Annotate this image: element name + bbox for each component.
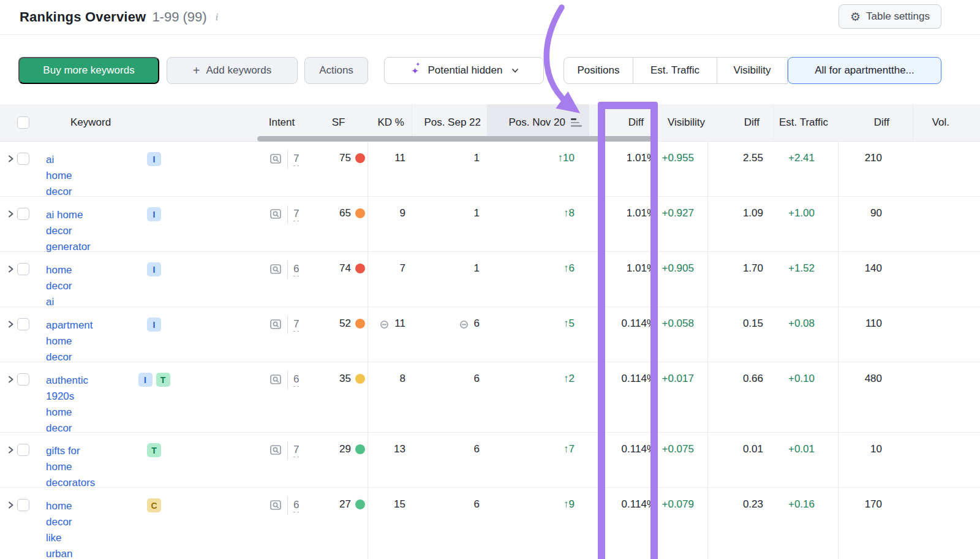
tab-est-traffic[interactable]: Est. Traffic <box>633 57 717 84</box>
serp-features-icon[interactable] <box>270 318 282 330</box>
divider <box>287 371 288 389</box>
visibility-diff-value: +0.905 <box>662 262 694 275</box>
horizontal-scrollbar-thumb[interactable] <box>257 136 652 142</box>
table-row: authentic 1920s home decor I T 6 35 8 6 … <box>0 362 980 433</box>
visibility-value: 0.114% <box>622 318 656 330</box>
intent-badge: I <box>147 152 161 166</box>
intent-badge: T <box>147 443 161 457</box>
serp-features-count[interactable]: 7 <box>293 443 299 457</box>
traffic-diff-value: +0.08 <box>788 318 815 330</box>
divider <box>287 150 288 169</box>
serp-features-icon[interactable] <box>270 444 282 456</box>
table-settings-label: Table settings <box>866 10 930 23</box>
divider <box>287 441 288 460</box>
column-header-sf[interactable]: SF <box>309 104 368 141</box>
row-checkbox[interactable] <box>17 373 29 386</box>
serp-features-count[interactable]: 7 <box>293 152 299 166</box>
serp-features-icon[interactable] <box>270 208 282 220</box>
table-row: home decor ai I 6 74 7 1 ↑6 1.01% +0.905… <box>0 252 980 307</box>
intent-badge: C <box>147 498 161 512</box>
visibility-diff-value: +0.017 <box>662 373 694 385</box>
divider <box>287 260 288 279</box>
volume-value: 480 <box>865 373 882 385</box>
visibility-value: 0.114% <box>622 373 656 385</box>
info-icon[interactable]: i <box>216 12 218 23</box>
column-header-traffic[interactable]: Est. Traffic <box>773 104 838 141</box>
column-header-vis-diff[interactable]: Diff <box>707 104 773 141</box>
kd-difficulty-dot <box>355 500 365 509</box>
traffic-value: 0.01 <box>743 443 763 455</box>
column-header-pos-prev[interactable]: Pos. Sep 22 <box>412 104 487 141</box>
serp-features-icon[interactable] <box>270 263 282 275</box>
intent-badge: I <box>138 373 153 387</box>
traffic-value: 2.55 <box>743 152 763 164</box>
table-settings-button[interactable]: ⚙ Table settings <box>839 4 941 29</box>
column-header-kd[interactable]: KD % <box>368 104 412 141</box>
visibility-diff-value: +0.955 <box>662 152 694 164</box>
traffic-diff-value: +1.52 <box>788 262 815 275</box>
chevron-down-icon <box>511 67 519 74</box>
metric-view-tabs: Positions Est. Traffic Visibility All fo… <box>564 57 941 84</box>
row-checkbox[interactable] <box>17 499 29 511</box>
tab-positions[interactable]: Positions <box>564 57 633 84</box>
intent-badge: I <box>147 207 161 221</box>
kd-value: 35 <box>339 373 351 385</box>
pos-diff-value: ↑8 <box>564 207 575 219</box>
potential-hidden-dropdown[interactable]: ✦✦ Potential hidden <box>384 57 544 84</box>
serp-features-count[interactable]: 6 <box>293 373 299 387</box>
traffic-diff-value: +2.41 <box>788 152 815 164</box>
table-row: apartment home decor I 7 52 11 6 ↑5 0.11… <box>0 307 980 362</box>
serp-features-count[interactable]: 7 <box>293 207 299 221</box>
volume-value: 110 <box>865 318 882 330</box>
pos-cur-value: 1 <box>474 262 480 275</box>
visibility-value: 0.114% <box>622 498 656 511</box>
table-row: ai home decor I 7 75 11 1 ↑10 1.01% +0.9… <box>0 142 980 197</box>
kd-value: 75 <box>339 152 351 164</box>
visibility-value: 1.01% <box>627 262 656 275</box>
tab-all-for-campaign[interactable]: All for apartmentthe... <box>788 57 941 84</box>
pos-prev-value: 11 <box>394 152 405 164</box>
pos-diff-value: ↑7 <box>564 443 575 455</box>
intent-badge: T <box>156 373 170 387</box>
row-checkbox[interactable] <box>17 444 29 456</box>
add-keywords-label: Add keywords <box>206 64 271 77</box>
row-checkbox[interactable] <box>17 318 29 330</box>
serp-features-icon[interactable] <box>270 153 282 165</box>
row-checkbox[interactable] <box>17 153 29 165</box>
serp-features-count[interactable]: 6 <box>293 498 299 512</box>
column-header-pos-cur[interactable]: Pos. Nov 20 <box>487 104 589 141</box>
tab-visibility[interactable]: Visibility <box>717 57 788 84</box>
row-checkbox[interactable] <box>17 263 29 275</box>
actions-button[interactable]: Actions <box>304 57 368 84</box>
column-header-volume[interactable]: Vol. <box>913 104 980 141</box>
gear-icon: ⚙ <box>850 11 861 23</box>
column-header-intent[interactable]: Intent <box>254 104 309 141</box>
column-header-visibility[interactable]: Visibility <box>658 104 707 141</box>
column-header-keyword[interactable]: Keyword <box>54 104 254 141</box>
serp-features-icon[interactable] <box>270 373 282 386</box>
pos-cur-value: 6 <box>474 443 480 455</box>
column-header-pos-diff[interactable]: Diff <box>589 104 658 141</box>
row-checkbox[interactable] <box>17 208 29 220</box>
sort-ascending-icon <box>571 118 582 127</box>
column-header-traffic-diff[interactable]: Diff <box>838 104 913 141</box>
pos-diff-value: ↑5 <box>564 318 575 330</box>
serp-features-icon[interactable] <box>270 499 282 511</box>
serp-features-count[interactable]: 6 <box>293 262 299 276</box>
serp-features-count[interactable]: 7 <box>293 318 299 332</box>
add-keywords-button[interactable]: + Add keywords <box>167 57 298 84</box>
buy-more-keywords-button[interactable]: Buy more keywords <box>18 57 159 84</box>
rankings-table: Keyword Intent SF KD % Pos. Sep 22 Pos. … <box>0 104 980 557</box>
pos-diff-value: ↑2 <box>564 373 575 385</box>
visibility-diff-value: +0.075 <box>662 443 694 455</box>
select-all-checkbox[interactable] <box>17 116 29 129</box>
traffic-diff-value: +0.10 <box>788 373 815 385</box>
pos-prev-value: 7 <box>400 262 405 275</box>
kd-difficulty-dot <box>355 153 365 163</box>
table-row: home decor like urban outfitters C 6 27 … <box>0 488 980 557</box>
pos-cur-value: 6 <box>474 318 480 330</box>
traffic-value: 0.23 <box>743 498 763 511</box>
traffic-value: 1.70 <box>743 262 763 275</box>
plus-icon: + <box>193 64 200 77</box>
kd-difficulty-dot <box>355 264 365 273</box>
